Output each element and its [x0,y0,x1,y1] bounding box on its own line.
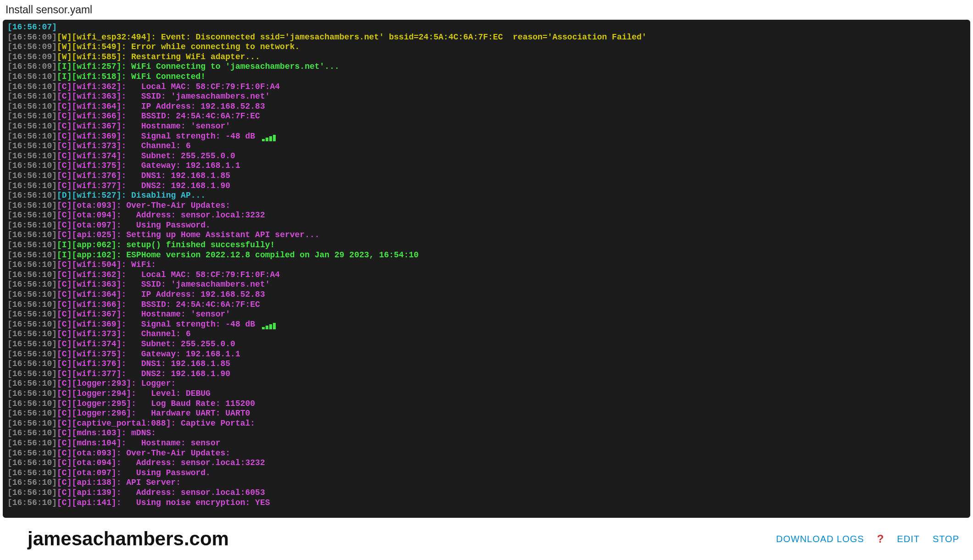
log-level-tag: [C][wifi:373]: [57,329,126,338]
log-line: [16:56:10][C][ota:094]: Address: sensor.… [7,211,966,221]
log-line: [16:56:10][C][api:025]: Setting up Home … [7,230,966,240]
log-timestamp: [16:56:09] [7,42,57,51]
log-line: [16:56:10][C][wifi:373]: Channel: 6 [7,329,966,339]
log-line: [16:56:10][C][wifi:375]: Gateway: 192.16… [7,349,966,360]
log-level-tag: [C][wifi:375]: [57,161,126,170]
log-message: Over-The-Air Updates: [121,201,230,210]
log-message: WiFi Connecting to 'jamesachambers.net'.… [126,62,339,71]
log-level-tag: [C][captive_portal:088]: [57,419,176,428]
log-line: [16:56:10][C][ota:093]: Over-The-Air Upd… [7,449,966,459]
log-level-tag: [C][wifi:373]: [57,141,126,150]
log-message: BSSID: 24:5A:4C:6A:7F:EC [126,300,260,309]
log-message: IP Address: 192.168.52.83 [126,290,265,299]
log-level-tag: [C][logger:296]: [57,409,136,418]
log-message: Signal strength: -48 dB [126,132,260,141]
log-line: [16:56:10][C][ota:093]: Over-The-Air Upd… [7,201,966,211]
log-line: [16:56:10][C][wifi:377]: DNS2: 192.168.1… [7,369,966,379]
stop-button[interactable]: STOP [933,534,959,544]
log-timestamp: [16:56:10] [7,498,57,507]
log-timestamp: [16:56:10] [7,468,57,477]
log-output[interactable]: [16:56:07][16:56:09][W][wifi_esp32:494]:… [3,20,970,518]
log-message: Over-The-Air Updates: [121,449,230,458]
log-level-tag: [C][wifi:363]: [57,92,126,101]
log-level-tag: [W][wifi:585]: [57,52,126,61]
log-message: Using Password. [121,221,210,230]
log-level-tag: [C][wifi:367]: [57,310,126,319]
log-line: [16:56:10][C][wifi:377]: DNS2: 192.168.1… [7,181,966,191]
log-timestamp: [16:56:10] [7,270,57,279]
log-message: DNS1: 192.168.1.85 [126,359,230,368]
log-message: Using Password. [121,468,210,477]
log-message: Restarting WiFi adapter... [126,52,260,61]
edit-button[interactable]: EDIT [897,534,920,544]
log-level-tag: [C][wifi:376]: [57,359,126,368]
log-level-tag: [W][wifi_esp32:494]: [57,33,156,42]
log-message: SSID: 'jamesachambers.net' [126,92,270,101]
log-line: [16:56:10][C][wifi:376]: DNS1: 192.168.1… [7,359,966,369]
log-level-tag: [C][wifi:364]: [57,290,126,299]
log-level-tag: [C][wifi:367]: [57,122,126,131]
log-level-tag: [C][wifi:362]: [57,82,126,91]
log-message: Gateway: 192.168.1.1 [126,349,240,359]
log-line: [16:56:10][C][logger:296]: Hardware UART… [7,409,966,419]
log-message: Event: Disconnected ssid='jamesachambers… [156,33,646,42]
log-message: Signal strength: -48 dB [126,320,260,329]
log-level-tag: [C][api:139]: [57,488,121,497]
log-message: DNS2: 192.168.1.90 [126,181,230,190]
log-timestamp: [16:56:10] [7,122,57,131]
dialog-title: Install sensor.yaml [6,4,92,16]
log-timestamp: [16:56:10] [7,72,57,81]
log-line: [16:56:10][C][ota:097]: Using Password. [7,221,966,231]
log-message: Local MAC: 58:CF:79:F1:0F:A4 [126,270,280,279]
log-line: [16:56:10][C][wifi:366]: BSSID: 24:5A:4C… [7,300,966,310]
log-line: [16:56:10][C][logger:293]: Logger: [7,379,966,389]
log-line: [16:56:10][C][wifi:363]: SSID: 'jamesach… [7,280,966,290]
log-line: [16:56:10][C][api:141]: Using noise encr… [7,498,966,508]
log-timestamp: [16:56:10] [7,379,57,388]
log-line: [16:56:10][C][api:139]: Address: sensor.… [7,488,966,498]
log-level-tag: [C][wifi:375]: [57,349,126,359]
log-level-tag: [C][ota:093]: [57,201,121,210]
log-message: WiFi Connected! [126,72,206,81]
log-level-tag: [C][mdns:103]: [57,428,126,438]
log-line: [16:56:10][D][wifi:527]: Disabling AP... [7,191,966,201]
log-level-tag: [C][logger:295]: [57,399,136,408]
log-line: [16:56:10][C][wifi:367]: Hostname: 'sens… [7,310,966,320]
log-timestamp: [16:56:10] [7,280,57,289]
log-level-tag: [C][api:141]: [57,498,121,507]
log-timestamp: [16:56:10] [7,151,57,161]
dialog-header: Install sensor.yaml [0,0,973,20]
log-timestamp: [16:56:10] [7,458,57,467]
log-level-tag: [C][wifi:366]: [57,300,126,309]
log-timestamp: [16:56:10] [7,369,57,378]
log-line: [16:56:10][C][wifi:374]: Subnet: 255.255… [7,339,966,349]
log-timestamp: [16:56:10] [7,349,57,359]
log-level-tag: [C][ota:093]: [57,449,121,458]
log-line: [16:56:10][C][wifi:369]: Signal strength… [7,320,966,330]
log-timestamp: [16:56:09] [7,33,57,42]
log-timestamp: [16:56:10] [7,290,57,299]
log-line: [16:56:10][C][wifi:364]: IP Address: 192… [7,290,966,300]
log-timestamp: [16:56:10] [7,240,57,250]
log-level-tag: [C][wifi:363]: [57,280,126,289]
help-icon[interactable]: ? [877,532,884,545]
log-line: [16:56:10][C][wifi:366]: BSSID: 24:5A:4C… [7,111,966,122]
log-message: IP Address: 192.168.52.83 [126,102,265,111]
log-line: [16:56:10][C][wifi:367]: Hostname: 'sens… [7,122,966,132]
log-message: Subnet: 255.255.0.0 [126,339,235,349]
log-line: [16:56:10][C][ota:094]: Address: sensor.… [7,458,966,468]
log-message: Gateway: 192.168.1.1 [126,161,240,170]
log-timestamp: [16:56:10] [7,488,57,497]
log-timestamp: [16:56:10] [7,211,57,220]
log-timestamp: [16:56:10] [7,329,57,338]
log-level-tag: [C][wifi:366]: [57,111,126,121]
log-line: [16:56:10][C][wifi:362]: Local MAC: 58:C… [7,270,966,280]
log-timestamp: [16:56:10] [7,191,57,200]
download-logs-button[interactable]: DOWNLOAD LOGS [776,534,864,544]
log-timestamp: [16:56:10] [7,409,57,418]
log-timestamp: [16:56:10] [7,181,57,190]
log-timestamp: [16:56:10] [7,250,57,260]
log-timestamp: [16:56:10] [7,419,57,428]
log-message: Address: sensor.local:3232 [121,458,265,467]
log-message: DNS1: 192.168.1.85 [126,171,230,180]
